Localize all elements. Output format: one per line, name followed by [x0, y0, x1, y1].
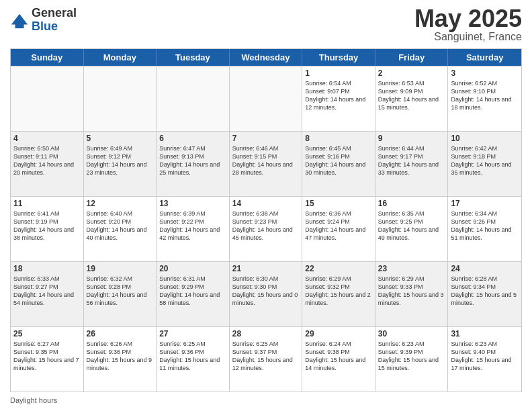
day-number: 25	[13, 329, 81, 338]
day-number: 27	[159, 329, 226, 338]
day-number: 6	[159, 134, 226, 143]
calendar-cell: 5Sunrise: 6:49 AM Sunset: 9:12 PM Daylig…	[84, 132, 157, 196]
calendar-week-2: 4Sunrise: 6:50 AM Sunset: 9:11 PM Daylig…	[11, 131, 521, 196]
day-number: 1	[305, 68, 372, 78]
day-content: Sunrise: 6:23 AM Sunset: 9:40 PM Dayligh…	[451, 340, 519, 373]
day-content: Sunrise: 6:44 AM Sunset: 9:17 PM Dayligh…	[378, 144, 445, 177]
day-content: Sunrise: 6:24 AM Sunset: 9:38 PM Dayligh…	[305, 340, 372, 373]
day-number: 10	[451, 134, 519, 143]
header-sunday: Sunday	[11, 49, 84, 66]
logo-general-text: General	[32, 7, 77, 20]
day-number: 11	[13, 199, 81, 208]
day-content: Sunrise: 6:41 AM Sunset: 9:19 PM Dayligh…	[13, 210, 81, 242]
day-content: Sunrise: 6:39 AM Sunset: 9:22 PM Dayligh…	[159, 210, 226, 242]
day-number: 15	[305, 199, 372, 208]
day-content: Sunrise: 6:25 AM Sunset: 9:37 PM Dayligh…	[232, 340, 300, 373]
day-content: Sunrise: 6:32 AM Sunset: 9:28 PM Dayligh…	[87, 275, 154, 308]
day-content: Sunrise: 6:40 AM Sunset: 9:20 PM Dayligh…	[87, 210, 154, 242]
logo-blue-text: Blue	[32, 20, 77, 34]
calendar-header: Sunday Monday Tuesday Wednesday Thursday…	[11, 49, 521, 66]
day-number: 9	[378, 134, 445, 143]
day-content: Sunrise: 6:38 AM Sunset: 9:23 PM Dayligh…	[232, 210, 300, 242]
header-thursday: Thursday	[302, 49, 375, 66]
day-number: 7	[232, 134, 300, 143]
calendar-cell	[84, 66, 157, 131]
calendar-cell: 29Sunrise: 6:24 AM Sunset: 9:38 PM Dayli…	[302, 327, 375, 392]
day-number: 14	[232, 199, 300, 208]
day-content: Sunrise: 6:35 AM Sunset: 9:25 PM Dayligh…	[378, 210, 445, 242]
calendar-cell: 16Sunrise: 6:35 AM Sunset: 9:25 PM Dayli…	[375, 197, 449, 261]
calendar-cell: 24Sunrise: 6:28 AM Sunset: 9:34 PM Dayli…	[448, 262, 521, 326]
calendar-week-4: 18Sunrise: 6:33 AM Sunset: 9:27 PM Dayli…	[11, 261, 521, 326]
day-content: Sunrise: 6:46 AM Sunset: 9:15 PM Dayligh…	[232, 144, 300, 177]
calendar-cell: 22Sunrise: 6:29 AM Sunset: 9:32 PM Dayli…	[302, 262, 375, 326]
svg-marker-1	[15, 22, 24, 28]
header-monday: Monday	[84, 49, 157, 66]
day-content: Sunrise: 6:54 AM Sunset: 9:07 PM Dayligh…	[305, 79, 372, 112]
header-tuesday: Tuesday	[157, 49, 230, 66]
calendar-cell: 4Sunrise: 6:50 AM Sunset: 9:11 PM Daylig…	[11, 132, 84, 196]
calendar-cell: 1Sunrise: 6:54 AM Sunset: 9:07 PM Daylig…	[302, 66, 375, 131]
day-number: 17	[451, 199, 519, 208]
day-content: Sunrise: 6:25 AM Sunset: 9:36 PM Dayligh…	[159, 340, 226, 373]
day-number: 3	[451, 68, 519, 78]
day-number: 29	[305, 329, 372, 338]
header-wednesday: Wednesday	[230, 49, 303, 66]
day-number: 20	[159, 264, 226, 273]
day-content: Sunrise: 6:53 AM Sunset: 9:09 PM Dayligh…	[378, 79, 445, 112]
calendar-body: 1Sunrise: 6:54 AM Sunset: 9:07 PM Daylig…	[11, 66, 521, 392]
header-saturday: Saturday	[448, 49, 521, 66]
calendar-cell	[230, 66, 303, 131]
calendar-week-5: 25Sunrise: 6:27 AM Sunset: 9:35 PM Dayli…	[11, 326, 521, 392]
calendar-cell: 6Sunrise: 6:47 AM Sunset: 9:13 PM Daylig…	[157, 132, 230, 196]
day-number: 8	[305, 134, 372, 143]
calendar-cell: 13Sunrise: 6:39 AM Sunset: 9:22 PM Dayli…	[157, 197, 230, 261]
day-content: Sunrise: 6:33 AM Sunset: 9:27 PM Dayligh…	[13, 275, 81, 308]
day-number: 13	[159, 199, 226, 208]
day-number: 16	[378, 199, 445, 208]
calendar-cell: 11Sunrise: 6:41 AM Sunset: 9:19 PM Dayli…	[11, 197, 84, 261]
calendar-cell: 21Sunrise: 6:30 AM Sunset: 9:30 PM Dayli…	[230, 262, 303, 326]
title-location: Sanguinet, France	[414, 31, 522, 43]
calendar-cell: 28Sunrise: 6:25 AM Sunset: 9:37 PM Dayli…	[230, 327, 303, 392]
page: General Blue May 2025 Sanguinet, France …	[0, 0, 532, 411]
calendar-cell: 15Sunrise: 6:36 AM Sunset: 9:24 PM Dayli…	[302, 197, 375, 261]
day-number: 26	[87, 329, 154, 338]
calendar-cell: 27Sunrise: 6:25 AM Sunset: 9:36 PM Dayli…	[157, 327, 230, 392]
calendar-cell: 20Sunrise: 6:31 AM Sunset: 9:29 PM Dayli…	[157, 262, 230, 326]
title-month: May 2025	[414, 7, 522, 31]
day-content: Sunrise: 6:30 AM Sunset: 9:30 PM Dayligh…	[232, 275, 300, 308]
logo-text: General Blue	[32, 7, 77, 34]
day-number: 2	[378, 68, 445, 78]
header-friday: Friday	[375, 49, 449, 66]
day-content: Sunrise: 6:26 AM Sunset: 9:36 PM Dayligh…	[87, 340, 154, 373]
calendar-cell: 17Sunrise: 6:34 AM Sunset: 9:26 PM Dayli…	[448, 197, 521, 261]
day-number: 18	[13, 264, 81, 273]
day-number: 12	[87, 199, 154, 208]
day-content: Sunrise: 6:49 AM Sunset: 9:12 PM Dayligh…	[87, 144, 154, 177]
day-number: 4	[13, 134, 81, 143]
day-content: Sunrise: 6:29 AM Sunset: 9:33 PM Dayligh…	[378, 275, 445, 308]
logo: General Blue	[10, 7, 77, 34]
calendar-cell: 25Sunrise: 6:27 AM Sunset: 9:35 PM Dayli…	[11, 327, 84, 392]
day-number: 5	[87, 134, 154, 143]
title-block: May 2025 Sanguinet, France	[414, 7, 522, 43]
header: General Blue May 2025 Sanguinet, France	[10, 7, 522, 43]
day-content: Sunrise: 6:31 AM Sunset: 9:29 PM Dayligh…	[159, 275, 226, 308]
day-number: 28	[232, 329, 300, 338]
footer: Daylight hours	[10, 396, 522, 404]
day-number: 31	[451, 329, 519, 338]
calendar-cell: 23Sunrise: 6:29 AM Sunset: 9:33 PM Dayli…	[375, 262, 449, 326]
day-number: 19	[87, 264, 154, 273]
day-number: 24	[451, 264, 519, 273]
calendar-cell: 3Sunrise: 6:52 AM Sunset: 9:10 PM Daylig…	[448, 66, 521, 131]
calendar-cell: 19Sunrise: 6:32 AM Sunset: 9:28 PM Dayli…	[84, 262, 157, 326]
day-content: Sunrise: 6:27 AM Sunset: 9:35 PM Dayligh…	[13, 340, 81, 373]
day-content: Sunrise: 6:36 AM Sunset: 9:24 PM Dayligh…	[305, 210, 372, 242]
calendar-cell: 8Sunrise: 6:45 AM Sunset: 9:16 PM Daylig…	[302, 132, 375, 196]
day-content: Sunrise: 6:28 AM Sunset: 9:34 PM Dayligh…	[451, 275, 519, 308]
calendar-cell: 12Sunrise: 6:40 AM Sunset: 9:20 PM Dayli…	[84, 197, 157, 261]
day-content: Sunrise: 6:45 AM Sunset: 9:16 PM Dayligh…	[305, 144, 372, 177]
day-content: Sunrise: 6:50 AM Sunset: 9:11 PM Dayligh…	[13, 144, 81, 177]
day-content: Sunrise: 6:34 AM Sunset: 9:26 PM Dayligh…	[451, 210, 519, 242]
